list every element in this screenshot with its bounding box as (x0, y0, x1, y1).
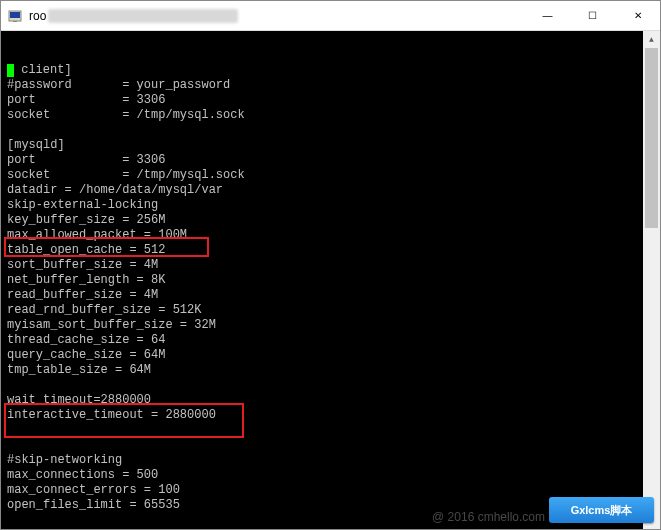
terminal-line: socket = /tmp/mysql.sock (7, 108, 654, 123)
terminal-line: read_buffer_size = 4M (7, 288, 654, 303)
maximize-button[interactable]: ☐ (570, 1, 615, 30)
terminal-line (7, 123, 654, 138)
terminal-line: datadir = /home/data/mysql/var (7, 183, 654, 198)
window-title: roo (29, 9, 46, 23)
terminal[interactable]: client]#password = your_passwordport = 3… (1, 31, 660, 529)
window-controls: — ☐ ✕ (525, 1, 660, 30)
terminal-line: table_open_cache = 512 (7, 243, 654, 258)
terminal-line: [mysqld] (7, 138, 654, 153)
terminal-line: skip-external-locking (7, 198, 654, 213)
terminal-line: port = 3306 (7, 93, 654, 108)
svg-rect-1 (10, 12, 20, 18)
terminal-line (7, 378, 654, 393)
terminal-line (7, 438, 654, 453)
terminal-line: socket = /tmp/mysql.sock (7, 168, 654, 183)
terminal-line: query_cache_size = 64M (7, 348, 654, 363)
svg-rect-2 (13, 21, 17, 22)
terminal-line: read_rnd_buffer_size = 512K (7, 303, 654, 318)
cursor (7, 64, 14, 77)
terminal-line: key_buffer_size = 256M (7, 213, 654, 228)
terminal-line: sort_buffer_size = 4M (7, 258, 654, 273)
terminal-line: client] (7, 63, 654, 78)
terminal-line: net_buffer_length = 8K (7, 273, 654, 288)
terminal-line: #skip-networking (7, 453, 654, 468)
terminal-line: thread_cache_size = 64 (7, 333, 654, 348)
scroll-up-arrow-icon[interactable]: ▲ (643, 31, 660, 48)
minimize-button[interactable]: — (525, 1, 570, 30)
scroll-track[interactable] (643, 48, 660, 512)
brand-badge: Gxlcms脚本 (549, 497, 654, 523)
terminal-line: port = 3306 (7, 153, 654, 168)
titlebar[interactable]: roo — ☐ ✕ (1, 1, 660, 31)
close-button[interactable]: ✕ (615, 1, 660, 30)
terminal-line: interactive_timeout = 2880000 (7, 408, 654, 423)
app-window: roo — ☐ ✕ client]#password = your_passwo… (0, 0, 661, 530)
terminal-line: myisam_sort_buffer_size = 32M (7, 318, 654, 333)
terminal-line (7, 423, 654, 438)
terminal-line: tmp_table_size = 64M (7, 363, 654, 378)
terminal-line: max_connect_errors = 100 (7, 483, 654, 498)
scroll-thumb[interactable] (645, 48, 658, 228)
scrollbar[interactable]: ▲ ▼ (643, 31, 660, 529)
terminal-line: max_allowed_packet = 100M (7, 228, 654, 243)
putty-icon (7, 8, 23, 24)
terminal-line: #password = your_password (7, 78, 654, 93)
watermark-text: @ 2016 cmhello.com (432, 510, 545, 525)
window-title-blurred (48, 9, 238, 23)
terminal-line: wait_timeout=2880000 (7, 393, 654, 408)
terminal-line: max_connections = 500 (7, 468, 654, 483)
